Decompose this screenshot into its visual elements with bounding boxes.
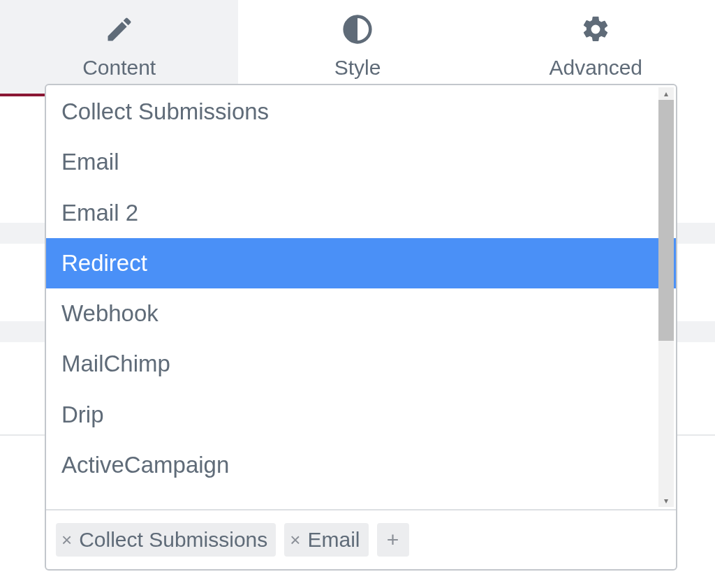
option-email[interactable]: Email: [46, 137, 676, 187]
tab-style[interactable]: Style: [238, 0, 476, 96]
pencil-icon: [104, 14, 135, 45]
chip-collect-submissions: × Collect Submissions: [56, 523, 276, 557]
tab-label: Style: [334, 56, 381, 80]
tab-label: Content: [82, 56, 156, 80]
background-stripe: [677, 223, 715, 244]
option-redirect[interactable]: Redirect: [46, 238, 676, 288]
selected-chips-row: × Collect Submissions × Email +: [46, 509, 676, 569]
scrollbar-thumb[interactable]: [658, 100, 674, 341]
close-icon[interactable]: ×: [288, 531, 303, 549]
background-stripe: [0, 321, 45, 342]
chip-label: Collect Submissions: [79, 527, 267, 552]
option-activecampaign[interactable]: ActiveCampaign: [46, 440, 676, 490]
close-icon[interactable]: ×: [60, 531, 75, 549]
tab-content[interactable]: Content: [0, 0, 238, 96]
tab-advanced[interactable]: Advanced: [477, 0, 715, 96]
tab-label: Advanced: [550, 56, 642, 80]
actions-dropdown: Collect Submissions Email Email 2 Redire…: [45, 84, 677, 571]
add-chip-button[interactable]: +: [377, 523, 409, 557]
scroll-up-arrow-icon[interactable]: ▴: [658, 87, 674, 100]
option-email-2[interactable]: Email 2: [46, 188, 676, 238]
scroll-down-arrow-icon[interactable]: ▾: [658, 494, 674, 507]
gear-icon: [580, 14, 611, 45]
scrollbar[interactable]: ▴ ▾: [658, 87, 674, 507]
option-mailchimp[interactable]: MailChimp: [46, 339, 676, 389]
option-collect-submissions[interactable]: Collect Submissions: [46, 87, 676, 137]
chip-label: Email: [307, 527, 360, 552]
background-divider: [677, 434, 715, 436]
options-scroll-area: Collect Submissions Email Email 2 Redire…: [46, 85, 676, 509]
options-list: Collect Submissions Email Email 2 Redire…: [46, 85, 676, 490]
contrast-icon: [342, 14, 373, 45]
background-divider: [0, 434, 45, 436]
background-stripe: [0, 223, 45, 244]
option-webhook[interactable]: Webhook: [46, 288, 676, 339]
background-stripe: [677, 321, 715, 342]
tab-bar: Content Style Advanced: [0, 0, 715, 96]
option-drip[interactable]: Drip: [46, 390, 676, 440]
chip-email: × Email: [284, 523, 368, 557]
